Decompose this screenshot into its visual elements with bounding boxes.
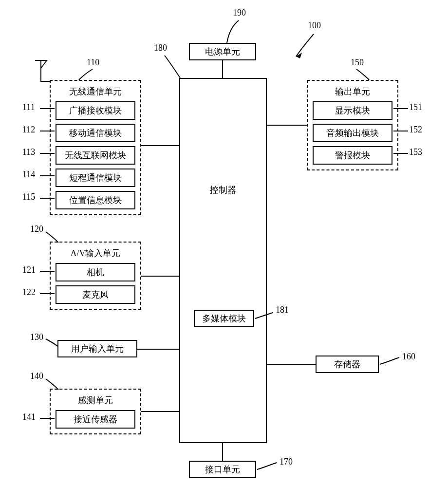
wireless-m3: 短程通信模块 bbox=[56, 169, 135, 187]
leader-115 bbox=[40, 198, 55, 199]
ref-170: 170 bbox=[280, 457, 293, 467]
power-unit: 电源单元 bbox=[189, 43, 256, 60]
ref-115: 115 bbox=[22, 192, 35, 202]
conn-userinput bbox=[137, 349, 179, 350]
power-unit-label: 电源单元 bbox=[205, 46, 240, 57]
wireless-m4: 位置信息模块 bbox=[56, 191, 135, 209]
ref-153: 153 bbox=[409, 147, 422, 157]
leader-160 bbox=[379, 356, 400, 367]
ref-181: 181 bbox=[276, 305, 289, 315]
antenna-icon bbox=[34, 59, 49, 83]
ref-141: 141 bbox=[22, 412, 36, 422]
sensing-unit: 感测单元 接近传感器 bbox=[50, 389, 141, 434]
ref-113: 113 bbox=[22, 147, 35, 157]
leader-150 bbox=[355, 68, 370, 81]
user-input-unit: 用户输入单元 bbox=[57, 340, 137, 357]
av-title: A/V输入单元 bbox=[51, 247, 140, 259]
memory: 存储器 bbox=[316, 356, 379, 373]
leader-122 bbox=[40, 293, 55, 294]
ref-121: 121 bbox=[22, 265, 36, 275]
wireless-m1: 移动通信模块 bbox=[56, 124, 135, 142]
ref-114: 114 bbox=[22, 169, 35, 180]
leader-141 bbox=[40, 418, 55, 419]
conn-av bbox=[141, 276, 179, 277]
conn-power-controller bbox=[222, 60, 223, 78]
multimedia-module: 多媒体模块 bbox=[194, 310, 254, 327]
antenna-lead bbox=[41, 81, 50, 82]
output-unit: 输出单元 显示模块 音频输出模块 警报模块 bbox=[307, 80, 398, 170]
leader-113 bbox=[40, 153, 55, 154]
ref-160: 160 bbox=[402, 352, 415, 362]
leader-170 bbox=[256, 462, 278, 473]
ref-180: 180 bbox=[154, 43, 167, 53]
ref-151: 151 bbox=[409, 102, 422, 112]
leader-152 bbox=[393, 131, 408, 131]
conn-output bbox=[267, 125, 307, 126]
leader-151 bbox=[393, 108, 408, 109]
conn-sensing bbox=[141, 411, 179, 412]
ref-111: 111 bbox=[22, 102, 35, 112]
wireless-m2: 无线互联网模块 bbox=[56, 146, 135, 165]
conn-memory bbox=[267, 364, 316, 365]
ref-100: 100 bbox=[308, 20, 321, 31]
controller: 控制器 bbox=[179, 78, 267, 443]
user-input-label: 用户输入单元 bbox=[71, 343, 124, 355]
conn-wireless bbox=[141, 145, 179, 146]
leader-121 bbox=[40, 271, 55, 272]
ref-150: 150 bbox=[351, 57, 364, 68]
wireless-title: 无线通信单元 bbox=[51, 86, 140, 97]
leader-153 bbox=[393, 153, 408, 154]
multimedia-label: 多媒体模块 bbox=[202, 313, 246, 324]
output-title: 输出单元 bbox=[308, 86, 397, 97]
leader-110 bbox=[77, 68, 94, 81]
ref-122: 122 bbox=[22, 287, 36, 298]
leader-112 bbox=[40, 131, 55, 131]
controller-label: 控制器 bbox=[210, 184, 236, 196]
arrow-100 bbox=[291, 33, 316, 62]
ref-112: 112 bbox=[22, 125, 35, 135]
leader-181 bbox=[254, 312, 274, 321]
output-m0: 显示模块 bbox=[313, 101, 392, 120]
wireless-unit: 无线通信单元 广播接收模块 移动通信模块 无线互联网模块 短程通信模块 位置信息… bbox=[50, 80, 141, 215]
interface-label: 接口单元 bbox=[205, 464, 240, 475]
sensing-m0: 接近传感器 bbox=[56, 410, 135, 429]
ref-120: 120 bbox=[30, 224, 43, 234]
ref-152: 152 bbox=[409, 125, 422, 135]
av-m0: 相机 bbox=[56, 263, 135, 281]
memory-label: 存储器 bbox=[334, 358, 360, 370]
leader-190 bbox=[225, 19, 240, 44]
ref-130: 130 bbox=[30, 332, 43, 342]
conn-controller-interface bbox=[222, 443, 223, 461]
leader-111 bbox=[40, 108, 55, 109]
output-m1: 音频输出模块 bbox=[313, 124, 392, 142]
interface-unit: 接口单元 bbox=[189, 461, 256, 478]
ref-110: 110 bbox=[87, 57, 99, 68]
output-m2: 警报模块 bbox=[313, 146, 392, 165]
av-unit: A/V输入单元 相机 麦克风 bbox=[50, 242, 141, 310]
leader-114 bbox=[40, 175, 55, 176]
ref-140: 140 bbox=[30, 371, 43, 381]
sensing-title: 感测单元 bbox=[51, 394, 140, 406]
wireless-m0: 广播接收模块 bbox=[56, 101, 135, 120]
av-m1: 麦克风 bbox=[56, 285, 135, 304]
ref-190: 190 bbox=[233, 8, 246, 18]
leader-180 bbox=[163, 55, 182, 79]
